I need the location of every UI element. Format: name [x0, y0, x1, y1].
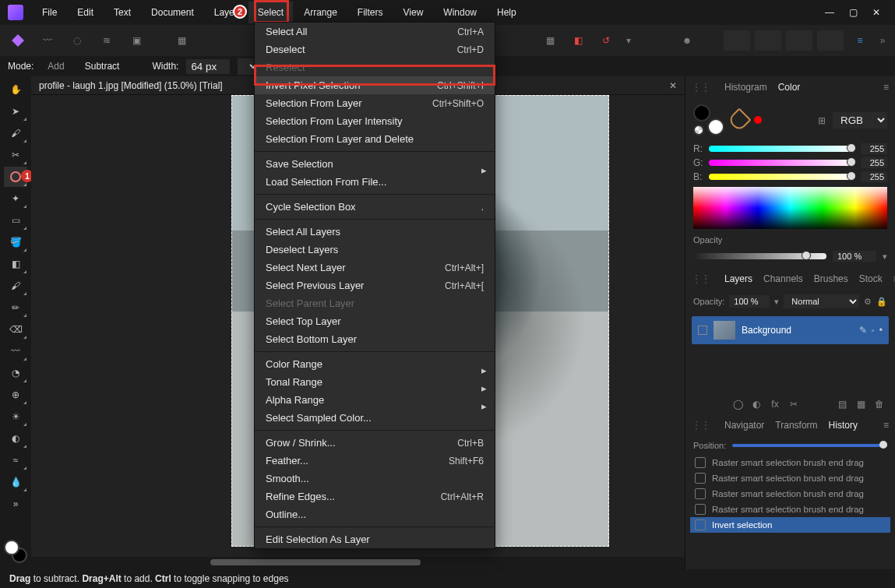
history-item[interactable]: Raster smart selection brush end drag	[690, 486, 890, 502]
channel-b-value[interactable]	[861, 171, 887, 182]
menu-item-refine-edges[interactable]: Refine Edges...Ctrl+Alt+R	[255, 488, 495, 505]
menu-item-select-bottom-layer[interactable]: Select Bottom Layer	[255, 330, 495, 348]
gradient-tool[interactable]: ◧	[4, 254, 27, 274]
menu-help[interactable]: Help	[488, 2, 526, 23]
marquee-tool[interactable]: ▭	[4, 210, 27, 231]
menu-item-select-top-layer[interactable]: Select Top Layer	[255, 312, 495, 330]
layer-link-icon[interactable]: ◦	[872, 325, 875, 336]
toolbar-ghost-2[interactable]	[755, 30, 781, 51]
opacity-dropdown-icon[interactable]: ▾	[883, 252, 887, 262]
persona-export-icon[interactable]: ▣	[125, 29, 148, 52]
layer-add-icon[interactable]: ▤	[836, 399, 848, 410]
opacity-value[interactable]	[833, 251, 876, 262]
toolbar-ghost-4[interactable]	[817, 30, 844, 51]
menu-text[interactable]: Text	[104, 2, 140, 23]
menu-item-selection-from-layer[interactable]: Selection From LayerCtrl+Shift+O	[255, 94, 495, 112]
history-item[interactable]: Raster smart selection brush end drag	[690, 502, 890, 517]
window-maximize-icon[interactable]: ▢	[847, 7, 859, 18]
history-item[interactable]: Invert selection	[690, 517, 890, 533]
panel-drag-handle-icon[interactable]: ⋮⋮	[692, 420, 710, 431]
toolbar-align-icon[interactable]: ≡	[848, 29, 872, 52]
panel-menu-icon[interactable]: ≡	[883, 420, 889, 431]
tab-channels[interactable]: Channels	[763, 273, 803, 284]
swatch-primary[interactable]	[4, 540, 19, 555]
menu-item-grow-shrink[interactable]: Grow / Shrink...Ctrl+B	[255, 434, 495, 452]
menu-item-deselect-layers[interactable]: Deselect Layers	[255, 241, 495, 259]
menu-item-select-sampled-color[interactable]: Select Sampled Color...	[255, 409, 495, 427]
menu-file[interactable]: File	[33, 2, 66, 23]
color-well-primary[interactable]	[693, 104, 710, 121]
toolbar-snapping-icon[interactable]: ↺	[594, 29, 618, 52]
toolbar-assistant-icon[interactable]: ☻	[675, 29, 699, 52]
horizontal-scrollbar[interactable]	[31, 557, 685, 569]
menu-item-smooth[interactable]: Smooth...	[255, 470, 495, 488]
persona-develop-icon[interactable]: ◌	[65, 29, 89, 52]
layers-lock-icon[interactable]: 🔒	[876, 297, 887, 307]
history-item[interactable]: Raster smart selection brush end drag	[690, 455, 890, 470]
layers-opacity-dropdown-icon[interactable]: ▾	[774, 297, 779, 307]
color-picker-tool[interactable]: 💧	[4, 472, 27, 492]
layer-crop-icon[interactable]: ✂	[788, 399, 800, 410]
burn-tool[interactable]: ◐	[4, 428, 27, 449]
toolbar-overflow-icon[interactable]: »	[876, 35, 889, 46]
history-position-slider[interactable]	[732, 444, 887, 447]
layers-opacity-value[interactable]	[729, 295, 770, 308]
menu-arrange[interactable]: Arrange	[294, 2, 347, 23]
menu-item-load-selection-from-file[interactable]: Load Selection From File...	[255, 173, 495, 191]
color-well-none[interactable]	[693, 125, 704, 136]
menu-item-deselect[interactable]: DeselectCtrl+D	[255, 40, 495, 58]
channel-r-slider[interactable]	[709, 146, 854, 152]
menu-item-select-previous-layer[interactable]: Select Previous LayerCtrl+Alt+[	[255, 276, 495, 294]
width-input[interactable]	[186, 59, 230, 74]
layer-delete-icon[interactable]: 🗑	[873, 399, 886, 410]
color-swatches[interactable]	[4, 540, 27, 563]
persona-photo-icon[interactable]	[6, 29, 30, 52]
panel-drag-handle-icon[interactable]: ⋮⋮	[692, 82, 710, 93]
tab-histogram[interactable]: Histogram	[724, 82, 767, 93]
tab-transform[interactable]: Transform	[775, 420, 817, 431]
mode-subtract-button[interactable]: Subtract	[79, 59, 126, 73]
panel-menu-icon[interactable]: ≡	[883, 82, 889, 93]
sponge-tool[interactable]: ≈	[4, 450, 27, 470]
persona-liquify-icon[interactable]: 〰	[36, 29, 59, 52]
crop-tool[interactable]: ✂	[4, 145, 27, 165]
layer-row[interactable]: Background ✎ ◦ •	[692, 316, 889, 344]
color-sample-tool[interactable]: 🖌	[4, 123, 27, 143]
clone-tool[interactable]: ⊕	[4, 385, 27, 405]
toolbar-stock-icon[interactable]: ▦	[170, 29, 193, 52]
menu-item-selection-from-layer-and-delete[interactable]: Selection From Layer and Delete	[255, 130, 495, 148]
pixel-tool[interactable]: ✏	[4, 298, 27, 318]
tab-color[interactable]: Color	[778, 82, 801, 93]
menu-item-select-all[interactable]: Select AllCtrl+A	[255, 23, 495, 40]
move-tool[interactable]: ➤	[4, 101, 27, 121]
tab-navigator[interactable]: Navigator	[724, 420, 764, 431]
tab-history[interactable]: History	[829, 420, 858, 431]
layer-group-icon[interactable]: ▦	[854, 399, 867, 410]
tab-stock[interactable]: Stock	[859, 273, 883, 284]
magic-wand-tool[interactable]: ✦	[4, 188, 27, 209]
blur-tool[interactable]: ◔	[4, 363, 27, 383]
channel-b-slider[interactable]	[709, 174, 854, 180]
menu-item-feather[interactable]: Feather...Shift+F6	[255, 452, 495, 470]
menu-document[interactable]: Document	[142, 2, 203, 23]
more-tools[interactable]: »	[4, 494, 27, 514]
selection-brush-tool[interactable]: 1	[4, 167, 27, 187]
persona-tone-icon[interactable]: ≋	[95, 29, 118, 52]
menu-view[interactable]: View	[394, 2, 433, 23]
channel-g-value[interactable]	[861, 157, 887, 168]
layer-mask-icon[interactable]: ◯	[731, 399, 744, 410]
menu-item-color-range[interactable]: Color Range	[255, 355, 495, 373]
toolbar-grid-icon[interactable]: ▦	[538, 29, 562, 52]
color-mode-toggle-icon[interactable]: ⊞	[818, 115, 826, 126]
panel-drag-handle-icon[interactable]: ⋮⋮	[692, 273, 710, 284]
menu-item-save-selection[interactable]: Save Selection	[255, 155, 495, 173]
layer-adjust-icon[interactable]: ◐	[750, 399, 763, 410]
layers-gear-icon[interactable]: ⚙	[864, 297, 872, 307]
menu-item-select-all-layers[interactable]: Select All Layers	[255, 223, 495, 241]
channel-r-value[interactable]	[861, 143, 887, 154]
flood-fill-tool[interactable]: 🪣	[4, 232, 27, 252]
menu-item-edit-selection-as-layer[interactable]: Edit Selection As Layer	[255, 530, 495, 548]
tab-brushes[interactable]: Brushes	[814, 273, 848, 284]
smudge-tool[interactable]: 〰	[4, 341, 27, 361]
layers-blend-select[interactable]: Normal	[784, 294, 859, 308]
